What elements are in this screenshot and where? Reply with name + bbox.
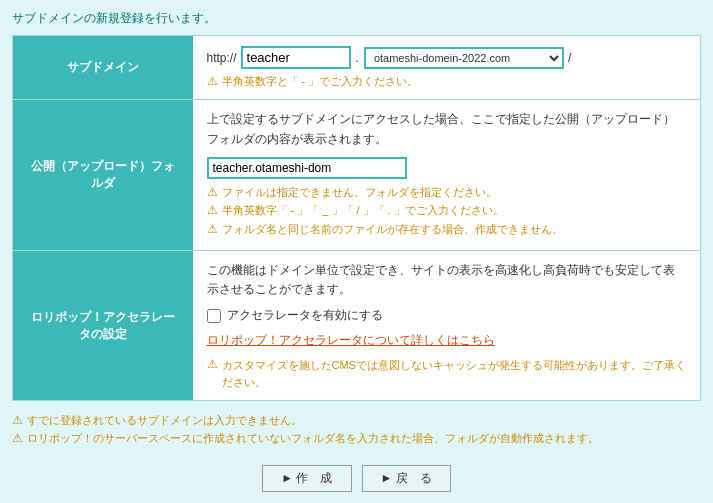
subdomain-warning-row: ⚠ 半角英数字と「 - 」でご入力ください。 [207,74,687,89]
intro-text: サブドメインの新規登録を行います。 [12,10,701,27]
http-prefix: http:// [207,51,237,65]
dot-separator: . [356,51,359,65]
bottom-notes: ⚠ すでに登録されているサブドメインは入力できません。 ⚠ ロリポップ！のサーバ… [12,409,701,453]
folder-warn-icon-3: ⚠ [207,222,218,236]
accelerator-caution-block: ⚠ カスタマイズを施したCMSでは意図しないキャッシュが発生する可能性があります… [207,357,687,390]
subdomain-label: サブドメイン [13,36,193,100]
folder-row: 公開（アップロード）フォルダ 上で設定するサブドメインにアクセスした場合、ここで… [13,100,701,251]
folder-warn-text-2: 半角英数字「 - 」「 _ 」「 / 」「 . 」でご入力ください。 [222,203,504,218]
warning-icon-1: ⚠ [207,74,218,88]
accelerator-caution-text: カスタマイズを施したCMSでは意図しないキャッシュが発生する可能性があります。ご… [222,357,687,390]
accelerator-description: この機能はドメイン単位で設定でき、サイトの表示を高速化し高負荷時でも安定して表示… [207,261,687,299]
subdomain-input-row: http:// . otameshi-domein-2022.com / [207,46,687,69]
subdomain-row: サブドメイン http:// . otameshi-domein-2022.co… [13,36,701,100]
form-table: サブドメイン http:// . otameshi-domein-2022.co… [12,35,701,401]
folder-warning-2: ⚠ 半角英数字「 - 」「 _ 」「 / 」「 . 」でご入力ください。 [207,203,687,218]
accelerator-checkbox-row: アクセラレータを有効にする [207,307,687,324]
slash-text: / [568,51,571,65]
folder-warn-icon-1: ⚠ [207,185,218,199]
folder-label: 公開（アップロード）フォルダ [13,100,193,251]
note-icon-2: ⚠ [12,431,23,445]
page-wrapper: サブドメインの新規登録を行います。 サブドメイン http:// . otame… [0,0,713,503]
caution-icon: ⚠ [207,357,218,371]
folder-input[interactable] [207,157,407,179]
note-icon-1: ⚠ [12,413,23,427]
note-text-2: ロリポップ！のサーバースペースに作成されていないフォルダ名を入力された場合、フォ… [27,431,599,446]
accelerator-checkbox-label[interactable]: アクセラレータを有効にする [227,307,383,324]
accelerator-row: ロリポップ！アクセラレータの設定 この機能はドメイン単位で設定でき、サイトの表示… [13,250,701,400]
folder-description: 上で設定するサブドメインにアクセスした場合、ここで指定した公開（アップロード）フ… [207,110,687,148]
folder-warning-1: ⚠ ファイルは指定できません。フォルダを指定ください。 [207,185,687,200]
accelerator-link[interactable]: ロリポップ！アクセラレータについて詳しくはこちら [207,332,687,349]
folder-content: 上で設定するサブドメインにアクセスした場合、ここで指定した公開（アップロード）フ… [193,100,701,251]
folder-warn-text-3: フォルダ名と同じ名前のファイルが存在する場合、作成できません。 [222,222,563,237]
accelerator-label: ロリポップ！アクセラレータの設定 [13,250,193,400]
folder-warn-text-1: ファイルは指定できません。フォルダを指定ください。 [222,185,497,200]
note-row-1: ⚠ すでに登録されているサブドメインは入力できません。 [12,413,701,428]
back-button[interactable]: ► 戻 る [362,465,451,492]
domain-select[interactable]: otameshi-domein-2022.com [364,47,564,69]
folder-warn-icon-2: ⚠ [207,203,218,217]
subdomain-warning-text: 半角英数字と「 - 」でご入力ください。 [222,74,419,89]
button-row: ► 作 成 ► 戻 る [12,465,701,492]
accelerator-content: この機能はドメイン単位で設定でき、サイトの表示を高速化し高負荷時でも安定して表示… [193,250,701,400]
create-button[interactable]: ► 作 成 [262,465,351,492]
note-row-2: ⚠ ロリポップ！のサーバースペースに作成されていないフォルダ名を入力された場合、… [12,431,701,446]
subdomain-input[interactable] [241,46,351,69]
folder-warning-3: ⚠ フォルダ名と同じ名前のファイルが存在する場合、作成できません。 [207,222,687,237]
subdomain-content: http:// . otameshi-domein-2022.com / ⚠ 半… [193,36,701,100]
accelerator-checkbox[interactable] [207,309,221,323]
note-text-1: すでに登録されているサブドメインは入力できません。 [27,413,302,428]
